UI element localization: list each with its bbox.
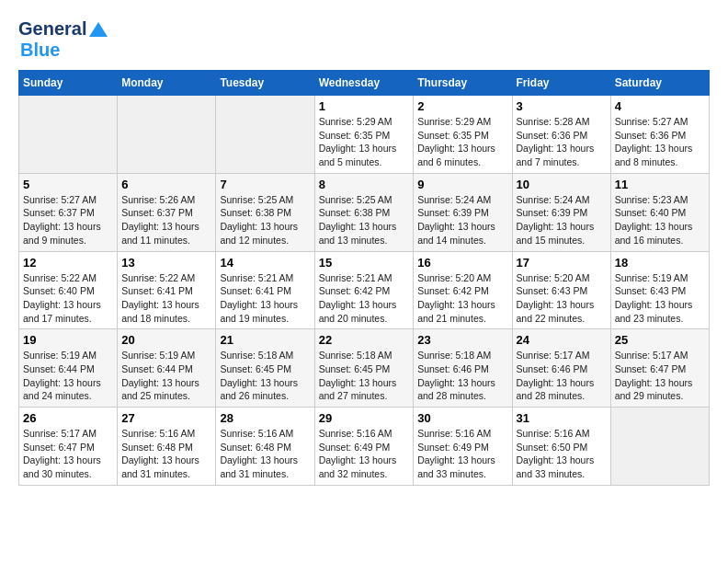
cell-info: Sunrise: 5:24 AMSunset: 6:39 PMDaylight:… <box>517 193 607 247</box>
calendar-cell: 2Sunrise: 5:29 AMSunset: 6:35 PMDaylight… <box>414 96 512 174</box>
cell-info: Sunrise: 5:16 AMSunset: 6:48 PMDaylight:… <box>220 427 310 481</box>
logo: General Blue <box>18 18 108 61</box>
calendar-cell: 19Sunrise: 5:19 AMSunset: 6:44 PMDayligh… <box>19 329 118 408</box>
calendar-week-row: 1Sunrise: 5:29 AMSunset: 6:35 PMDaylight… <box>19 96 710 174</box>
cell-day-number: 8 <box>319 178 410 191</box>
calendar-cell: 23Sunrise: 5:18 AMSunset: 6:46 PMDayligh… <box>414 329 512 408</box>
cell-day-number: 31 <box>517 411 607 425</box>
calendar-cell: 28Sunrise: 5:16 AMSunset: 6:48 PMDayligh… <box>216 408 314 486</box>
cell-info: Sunrise: 5:20 AMSunset: 6:43 PMDaylight:… <box>517 271 607 326</box>
cell-day-number: 9 <box>417 178 507 191</box>
cell-info: Sunrise: 5:22 AMSunset: 6:40 PMDaylight:… <box>23 271 113 326</box>
cell-info: Sunrise: 5:18 AMSunset: 6:45 PMDaylight:… <box>319 349 410 403</box>
cell-day-number: 6 <box>121 178 211 191</box>
calendar-cell: 11Sunrise: 5:23 AMSunset: 6:40 PMDayligh… <box>610 173 709 251</box>
calendar-cell: 27Sunrise: 5:16 AMSunset: 6:48 PMDayligh… <box>118 408 216 486</box>
cell-day-number: 17 <box>517 256 607 270</box>
calendar-cell: 9Sunrise: 5:24 AMSunset: 6:39 PMDaylight… <box>414 173 512 251</box>
calendar-cell: 12Sunrise: 5:22 AMSunset: 6:40 PMDayligh… <box>19 251 118 329</box>
cell-day-number: 28 <box>220 411 310 425</box>
cell-info: Sunrise: 5:29 AMSunset: 6:35 PMDaylight:… <box>319 115 410 169</box>
day-header-saturday: Saturday <box>610 71 709 96</box>
day-header-tuesday: Tuesday <box>216 71 314 96</box>
cell-info: Sunrise: 5:22 AMSunset: 6:41 PMDaylight:… <box>121 271 211 326</box>
cell-day-number: 25 <box>615 333 705 347</box>
cell-info: Sunrise: 5:27 AMSunset: 6:36 PMDaylight:… <box>615 115 705 169</box>
cell-info: Sunrise: 5:25 AMSunset: 6:38 PMDaylight:… <box>319 193 410 247</box>
cell-info: Sunrise: 5:20 AMSunset: 6:42 PMDaylight:… <box>417 271 507 326</box>
cell-day-number: 29 <box>319 411 410 425</box>
page-header: General Blue <box>18 18 710 61</box>
calendar-cell: 20Sunrise: 5:19 AMSunset: 6:44 PMDayligh… <box>118 329 216 408</box>
calendar-cell: 4Sunrise: 5:27 AMSunset: 6:36 PMDaylight… <box>610 96 709 174</box>
calendar-cell: 6Sunrise: 5:26 AMSunset: 6:37 PMDaylight… <box>118 173 216 251</box>
cell-info: Sunrise: 5:26 AMSunset: 6:37 PMDaylight:… <box>121 193 211 247</box>
cell-day-number: 22 <box>319 333 410 347</box>
cell-info: Sunrise: 5:25 AMSunset: 6:38 PMDaylight:… <box>220 193 310 247</box>
calendar-cell: 18Sunrise: 5:19 AMSunset: 6:43 PMDayligh… <box>610 251 709 329</box>
calendar-cell: 15Sunrise: 5:21 AMSunset: 6:42 PMDayligh… <box>314 251 414 329</box>
calendar-header-row: SundayMondayTuesdayWednesdayThursdayFrid… <box>19 71 710 96</box>
cell-day-number: 16 <box>417 256 507 270</box>
cell-day-number: 21 <box>220 333 310 347</box>
cell-info: Sunrise: 5:19 AMSunset: 6:43 PMDaylight:… <box>615 271 705 326</box>
logo-triangle-icon <box>88 20 108 39</box>
calendar-cell <box>216 96 314 174</box>
cell-day-number: 2 <box>417 99 507 113</box>
calendar-cell: 29Sunrise: 5:16 AMSunset: 6:49 PMDayligh… <box>314 408 414 486</box>
cell-day-number: 18 <box>615 256 705 270</box>
calendar-week-row: 26Sunrise: 5:17 AMSunset: 6:47 PMDayligh… <box>19 408 710 486</box>
logo-blue-text: Blue <box>20 40 60 61</box>
calendar-cell: 14Sunrise: 5:21 AMSunset: 6:41 PMDayligh… <box>216 251 314 329</box>
cell-info: Sunrise: 5:16 AMSunset: 6:50 PMDaylight:… <box>517 427 607 481</box>
cell-info: Sunrise: 5:19 AMSunset: 6:44 PMDaylight:… <box>121 349 211 403</box>
cell-day-number: 26 <box>23 411 113 425</box>
cell-info: Sunrise: 5:17 AMSunset: 6:47 PMDaylight:… <box>615 349 705 403</box>
calendar-cell: 16Sunrise: 5:20 AMSunset: 6:42 PMDayligh… <box>414 251 512 329</box>
calendar-cell: 7Sunrise: 5:25 AMSunset: 6:38 PMDaylight… <box>216 173 314 251</box>
logo-general-text: General <box>18 18 86 40</box>
calendar-week-row: 5Sunrise: 5:27 AMSunset: 6:37 PMDaylight… <box>19 173 710 251</box>
cell-day-number: 30 <box>417 411 507 425</box>
cell-day-number: 11 <box>615 178 705 191</box>
cell-day-number: 1 <box>319 99 410 113</box>
cell-info: Sunrise: 5:24 AMSunset: 6:39 PMDaylight:… <box>417 193 507 247</box>
calendar-cell: 21Sunrise: 5:18 AMSunset: 6:45 PMDayligh… <box>216 329 314 408</box>
svg-marker-0 <box>89 22 108 37</box>
calendar-cell: 8Sunrise: 5:25 AMSunset: 6:38 PMDaylight… <box>314 173 414 251</box>
calendar-cell: 10Sunrise: 5:24 AMSunset: 6:39 PMDayligh… <box>512 173 610 251</box>
cell-info: Sunrise: 5:16 AMSunset: 6:49 PMDaylight:… <box>417 427 507 481</box>
cell-day-number: 5 <box>23 178 113 191</box>
calendar-cell: 31Sunrise: 5:16 AMSunset: 6:50 PMDayligh… <box>512 408 610 486</box>
cell-info: Sunrise: 5:23 AMSunset: 6:40 PMDaylight:… <box>615 193 705 247</box>
day-header-sunday: Sunday <box>19 71 118 96</box>
calendar-table: SundayMondayTuesdayWednesdayThursdayFrid… <box>18 70 710 486</box>
cell-day-number: 13 <box>121 256 211 270</box>
cell-info: Sunrise: 5:16 AMSunset: 6:49 PMDaylight:… <box>319 427 410 481</box>
cell-day-number: 20 <box>121 333 211 347</box>
calendar-week-row: 19Sunrise: 5:19 AMSunset: 6:44 PMDayligh… <box>19 329 710 408</box>
calendar-week-row: 12Sunrise: 5:22 AMSunset: 6:40 PMDayligh… <box>19 251 710 329</box>
cell-info: Sunrise: 5:18 AMSunset: 6:45 PMDaylight:… <box>220 349 310 403</box>
cell-day-number: 7 <box>220 178 310 191</box>
cell-info: Sunrise: 5:17 AMSunset: 6:46 PMDaylight:… <box>517 349 607 403</box>
calendar-cell <box>118 96 216 174</box>
calendar-cell: 1Sunrise: 5:29 AMSunset: 6:35 PMDaylight… <box>314 96 414 174</box>
cell-day-number: 19 <box>23 333 113 347</box>
cell-info: Sunrise: 5:18 AMSunset: 6:46 PMDaylight:… <box>417 349 507 403</box>
cell-info: Sunrise: 5:28 AMSunset: 6:36 PMDaylight:… <box>517 115 607 169</box>
day-header-thursday: Thursday <box>414 71 512 96</box>
cell-info: Sunrise: 5:27 AMSunset: 6:37 PMDaylight:… <box>23 193 113 247</box>
cell-day-number: 23 <box>417 333 507 347</box>
cell-info: Sunrise: 5:21 AMSunset: 6:42 PMDaylight:… <box>319 271 410 326</box>
cell-day-number: 14 <box>220 256 310 270</box>
cell-day-number: 3 <box>517 99 607 113</box>
cell-day-number: 12 <box>23 256 113 270</box>
cell-day-number: 15 <box>319 256 410 270</box>
calendar-cell: 30Sunrise: 5:16 AMSunset: 6:49 PMDayligh… <box>414 408 512 486</box>
cell-info: Sunrise: 5:19 AMSunset: 6:44 PMDaylight:… <box>23 349 113 403</box>
cell-info: Sunrise: 5:21 AMSunset: 6:41 PMDaylight:… <box>220 271 310 326</box>
cell-day-number: 27 <box>121 411 211 425</box>
calendar-cell: 13Sunrise: 5:22 AMSunset: 6:41 PMDayligh… <box>118 251 216 329</box>
day-header-monday: Monday <box>118 71 216 96</box>
